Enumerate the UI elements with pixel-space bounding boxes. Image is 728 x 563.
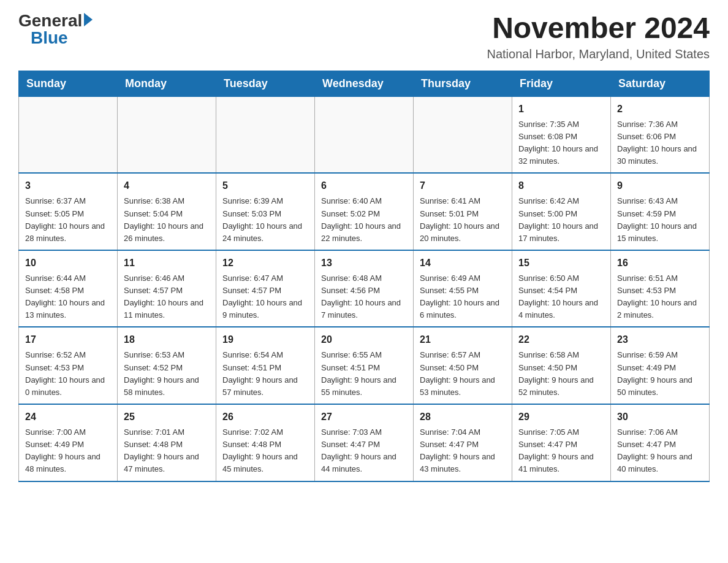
calendar-cell: 17Sunrise: 6:52 AM Sunset: 4:53 PM Dayli… (19, 327, 118, 404)
day-number: 6 (321, 178, 407, 193)
day-number: 2 (617, 102, 703, 117)
day-number: 11 (124, 256, 210, 270)
day-info: Sunrise: 7:02 AM Sunset: 4:48 PM Dayligh… (222, 426, 308, 476)
weekday-header-monday: Monday (118, 71, 216, 96)
day-number: 1 (518, 102, 604, 117)
calendar-cell: 19Sunrise: 6:54 AM Sunset: 4:51 PM Dayli… (216, 327, 315, 404)
calendar-cell: 7Sunrise: 6:41 AM Sunset: 5:01 PM Daylig… (414, 173, 512, 250)
day-info: Sunrise: 6:37 AM Sunset: 5:05 PM Dayligh… (25, 195, 111, 245)
day-number: 9 (617, 178, 703, 193)
day-info: Sunrise: 6:58 AM Sunset: 4:50 PM Dayligh… (518, 349, 604, 399)
logo-general-text: General (18, 12, 82, 29)
logo-arrow-icon (84, 13, 93, 26)
calendar-cell: 21Sunrise: 6:57 AM Sunset: 4:50 PM Dayli… (414, 327, 512, 404)
day-info: Sunrise: 6:53 AM Sunset: 4:52 PM Dayligh… (124, 349, 210, 399)
calendar-cell: 16Sunrise: 6:51 AM Sunset: 4:53 PM Dayli… (611, 250, 710, 327)
calendar-week-row: 3Sunrise: 6:37 AM Sunset: 5:05 PM Daylig… (19, 173, 710, 250)
calendar-cell: 13Sunrise: 6:48 AM Sunset: 4:56 PM Dayli… (315, 250, 414, 327)
calendar-cell: 6Sunrise: 6:40 AM Sunset: 5:02 PM Daylig… (315, 173, 414, 250)
calendar-cell (19, 96, 118, 173)
calendar-cell: 30Sunrise: 7:06 AM Sunset: 4:47 PM Dayli… (611, 404, 710, 481)
day-info: Sunrise: 6:43 AM Sunset: 4:59 PM Dayligh… (617, 195, 703, 245)
calendar-cell: 26Sunrise: 7:02 AM Sunset: 4:48 PM Dayli… (216, 404, 315, 481)
day-number: 13 (321, 256, 407, 270)
calendar-week-row: 24Sunrise: 7:00 AM Sunset: 4:49 PM Dayli… (19, 404, 710, 481)
day-number: 5 (222, 178, 308, 193)
calendar-cell: 27Sunrise: 7:03 AM Sunset: 4:47 PM Dayli… (315, 404, 414, 481)
page-header: General Blue November 2024 National Harb… (18, 12, 710, 61)
day-info: Sunrise: 6:50 AM Sunset: 4:54 PM Dayligh… (518, 272, 604, 322)
day-info: Sunrise: 6:42 AM Sunset: 5:00 PM Dayligh… (518, 195, 604, 245)
weekday-header-row: SundayMondayTuesdayWednesdayThursdayFrid… (19, 71, 710, 96)
day-number: 23 (617, 332, 703, 347)
day-number: 27 (321, 410, 407, 424)
day-number: 24 (25, 410, 111, 424)
calendar-cell: 23Sunrise: 6:59 AM Sunset: 4:49 PM Dayli… (611, 327, 710, 404)
month-title: November 2024 (487, 12, 710, 45)
day-info: Sunrise: 6:41 AM Sunset: 5:01 PM Dayligh… (420, 195, 506, 245)
day-number: 8 (518, 178, 604, 193)
day-info: Sunrise: 6:51 AM Sunset: 4:53 PM Dayligh… (617, 272, 703, 322)
day-number: 14 (420, 256, 506, 270)
day-info: Sunrise: 6:40 AM Sunset: 5:02 PM Dayligh… (321, 195, 407, 245)
day-info: Sunrise: 7:06 AM Sunset: 4:47 PM Dayligh… (617, 426, 703, 476)
calendar-cell: 24Sunrise: 7:00 AM Sunset: 4:49 PM Dayli… (19, 404, 118, 481)
day-info: Sunrise: 7:04 AM Sunset: 4:47 PM Dayligh… (420, 426, 506, 476)
calendar-cell: 10Sunrise: 6:44 AM Sunset: 4:58 PM Dayli… (19, 250, 118, 327)
logo: General Blue (18, 12, 93, 47)
calendar-cell (414, 96, 512, 173)
day-info: Sunrise: 7:03 AM Sunset: 4:47 PM Dayligh… (321, 426, 407, 476)
calendar-week-row: 17Sunrise: 6:52 AM Sunset: 4:53 PM Dayli… (19, 327, 710, 404)
day-number: 12 (222, 256, 308, 270)
day-info: Sunrise: 6:48 AM Sunset: 4:56 PM Dayligh… (321, 272, 407, 322)
day-info: Sunrise: 6:59 AM Sunset: 4:49 PM Dayligh… (617, 349, 703, 399)
day-number: 4 (124, 178, 210, 193)
day-info: Sunrise: 7:01 AM Sunset: 4:48 PM Dayligh… (124, 426, 210, 476)
calendar-cell (118, 96, 216, 173)
title-block: November 2024 National Harbor, Maryland,… (487, 12, 710, 61)
calendar-week-row: 10Sunrise: 6:44 AM Sunset: 4:58 PM Dayli… (19, 250, 710, 327)
day-info: Sunrise: 6:39 AM Sunset: 5:03 PM Dayligh… (222, 195, 308, 245)
calendar-cell: 5Sunrise: 6:39 AM Sunset: 5:03 PM Daylig… (216, 173, 315, 250)
day-number: 7 (420, 178, 506, 193)
weekday-header-saturday: Saturday (611, 71, 710, 96)
day-number: 19 (222, 332, 308, 347)
day-info: Sunrise: 7:35 AM Sunset: 6:08 PM Dayligh… (518, 118, 604, 168)
calendar-cell: 22Sunrise: 6:58 AM Sunset: 4:50 PM Dayli… (512, 327, 611, 404)
day-info: Sunrise: 6:46 AM Sunset: 4:57 PM Dayligh… (124, 272, 210, 322)
day-number: 16 (617, 256, 703, 270)
day-info: Sunrise: 6:47 AM Sunset: 4:57 PM Dayligh… (222, 272, 308, 322)
day-info: Sunrise: 6:52 AM Sunset: 4:53 PM Dayligh… (25, 349, 111, 399)
day-info: Sunrise: 6:38 AM Sunset: 5:04 PM Dayligh… (124, 195, 210, 245)
calendar-cell (216, 96, 315, 173)
calendar-cell: 18Sunrise: 6:53 AM Sunset: 4:52 PM Dayli… (118, 327, 216, 404)
logo-blue-text: Blue (31, 28, 68, 47)
calendar-cell: 12Sunrise: 6:47 AM Sunset: 4:57 PM Dayli… (216, 250, 315, 327)
calendar-cell: 28Sunrise: 7:04 AM Sunset: 4:47 PM Dayli… (414, 404, 512, 481)
calendar-table: SundayMondayTuesdayWednesdayThursdayFrid… (18, 71, 710, 482)
calendar-cell: 25Sunrise: 7:01 AM Sunset: 4:48 PM Dayli… (118, 404, 216, 481)
calendar-cell: 20Sunrise: 6:55 AM Sunset: 4:51 PM Dayli… (315, 327, 414, 404)
weekday-header-friday: Friday (512, 71, 611, 96)
day-info: Sunrise: 6:44 AM Sunset: 4:58 PM Dayligh… (25, 272, 111, 322)
calendar-cell: 1Sunrise: 7:35 AM Sunset: 6:08 PM Daylig… (512, 96, 611, 173)
weekday-header-tuesday: Tuesday (216, 71, 315, 96)
calendar-cell: 2Sunrise: 7:36 AM Sunset: 6:06 PM Daylig… (611, 96, 710, 173)
day-info: Sunrise: 7:00 AM Sunset: 4:49 PM Dayligh… (25, 426, 111, 476)
day-number: 10 (25, 256, 111, 270)
calendar-cell: 9Sunrise: 6:43 AM Sunset: 4:59 PM Daylig… (611, 173, 710, 250)
day-info: Sunrise: 6:49 AM Sunset: 4:55 PM Dayligh… (420, 272, 506, 322)
calendar-cell: 4Sunrise: 6:38 AM Sunset: 5:04 PM Daylig… (118, 173, 216, 250)
day-number: 20 (321, 332, 407, 347)
calendar-week-row: 1Sunrise: 7:35 AM Sunset: 6:08 PM Daylig… (19, 96, 710, 173)
weekday-header-thursday: Thursday (414, 71, 512, 96)
calendar-cell: 11Sunrise: 6:46 AM Sunset: 4:57 PM Dayli… (118, 250, 216, 327)
location-subtitle: National Harbor, Maryland, United States (487, 47, 710, 61)
day-info: Sunrise: 6:57 AM Sunset: 4:50 PM Dayligh… (420, 349, 506, 399)
calendar-cell: 15Sunrise: 6:50 AM Sunset: 4:54 PM Dayli… (512, 250, 611, 327)
day-number: 26 (222, 410, 308, 424)
day-number: 21 (420, 332, 506, 347)
calendar-cell: 3Sunrise: 6:37 AM Sunset: 5:05 PM Daylig… (19, 173, 118, 250)
calendar-cell: 8Sunrise: 6:42 AM Sunset: 5:00 PM Daylig… (512, 173, 611, 250)
day-number: 22 (518, 332, 604, 347)
